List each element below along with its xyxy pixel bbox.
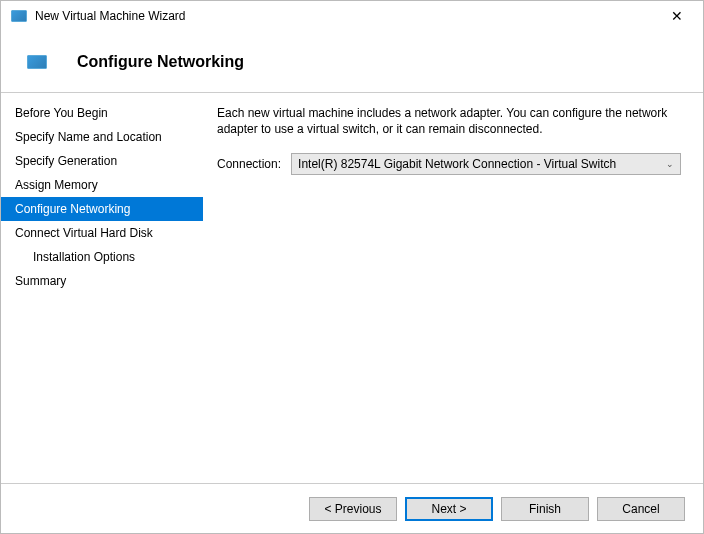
close-icon: ✕ — [671, 8, 683, 24]
main-panel: Each new virtual machine includes a netw… — [203, 93, 703, 483]
previous-button[interactable]: < Previous — [309, 497, 397, 521]
step-before-you-begin[interactable]: Before You Begin — [1, 101, 203, 125]
connection-value: Intel(R) 82574L Gigabit Network Connecti… — [298, 157, 666, 171]
titlebar: New Virtual Machine Wizard ✕ — [1, 1, 703, 31]
description-text: Each new virtual machine includes a netw… — [217, 105, 681, 137]
chevron-down-icon: ⌄ — [666, 159, 674, 169]
step-specify-name-location[interactable]: Specify Name and Location — [1, 125, 203, 149]
step-installation-options[interactable]: Installation Options — [1, 245, 203, 269]
body: Before You Begin Specify Name and Locati… — [1, 93, 703, 483]
step-sidebar: Before You Begin Specify Name and Locati… — [1, 93, 203, 483]
footer: < Previous Next > Finish Cancel — [1, 483, 703, 533]
step-summary[interactable]: Summary — [1, 269, 203, 293]
finish-button[interactable]: Finish — [501, 497, 589, 521]
step-configure-networking[interactable]: Configure Networking — [1, 197, 203, 221]
connection-dropdown[interactable]: Intel(R) 82574L Gigabit Network Connecti… — [291, 153, 681, 175]
connection-row: Connection: Intel(R) 82574L Gigabit Netw… — [217, 153, 681, 175]
step-assign-memory[interactable]: Assign Memory — [1, 173, 203, 197]
page-header: Configure Networking — [1, 31, 703, 93]
close-button[interactable]: ✕ — [657, 2, 697, 30]
wizard-window: New Virtual Machine Wizard ✕ Configure N… — [0, 0, 704, 534]
connection-label: Connection: — [217, 157, 281, 171]
next-button[interactable]: Next > — [405, 497, 493, 521]
header-icon — [27, 55, 47, 69]
cancel-button[interactable]: Cancel — [597, 497, 685, 521]
app-icon — [11, 10, 27, 22]
page-title: Configure Networking — [77, 53, 244, 71]
window-title: New Virtual Machine Wizard — [35, 9, 657, 23]
step-specify-generation[interactable]: Specify Generation — [1, 149, 203, 173]
step-connect-virtual-hard-disk[interactable]: Connect Virtual Hard Disk — [1, 221, 203, 245]
